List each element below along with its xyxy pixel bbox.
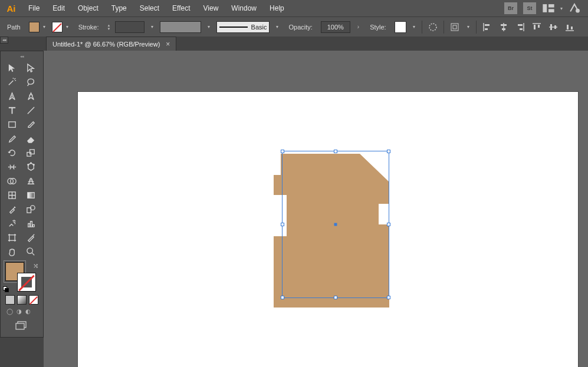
menu-file[interactable]: File xyxy=(22,2,45,15)
magic-wand-tool[interactable] xyxy=(3,75,21,89)
workarea[interactable] xyxy=(44,51,588,367)
rectangle-tool[interactable] xyxy=(3,117,21,131)
recolor-artwork-icon[interactable] xyxy=(427,21,439,33)
eyedropper-tool[interactable] xyxy=(3,202,21,216)
selection-bounding-box[interactable] xyxy=(282,151,389,298)
menu-help[interactable]: Help xyxy=(264,2,290,15)
svg-rect-1 xyxy=(548,4,554,8)
pencil-tool[interactable] xyxy=(3,131,21,146)
blend-tool[interactable] xyxy=(22,202,40,216)
brush-definition[interactable]: Basic xyxy=(216,21,270,33)
handle-tr[interactable] xyxy=(387,150,390,153)
fill-swatch-group[interactable]: ▾ xyxy=(29,22,47,32)
stroke-weight-input[interactable] xyxy=(115,21,144,33)
hand-tool[interactable] xyxy=(3,244,21,259)
artboard-tool[interactable] xyxy=(3,230,21,244)
direct-selection-tool[interactable] xyxy=(22,61,40,75)
stroke-swatch[interactable] xyxy=(52,22,63,32)
opacity-caret-icon[interactable]: › xyxy=(355,24,362,30)
stroke-swatch-group[interactable]: ▾ xyxy=(52,22,70,32)
tools-panel-grip[interactable]: ◂◂ xyxy=(3,54,41,59)
svg-rect-34 xyxy=(27,192,34,197)
gradient-tool[interactable] xyxy=(22,188,40,202)
svg-rect-27 xyxy=(29,149,34,154)
align-top-icon[interactable] xyxy=(531,21,543,33)
menu-view[interactable]: View xyxy=(198,2,225,15)
perspective-grid-tool[interactable] xyxy=(22,174,40,188)
handle-br[interactable] xyxy=(387,296,390,299)
scale-tool[interactable] xyxy=(22,146,40,160)
shape-builder-tool[interactable] xyxy=(3,174,21,188)
menu-edit[interactable]: Edit xyxy=(47,2,71,15)
type-tool[interactable] xyxy=(3,103,21,117)
color-mode-none[interactable] xyxy=(29,295,38,305)
stroke-weight-stepper[interactable]: ▲▼ xyxy=(107,24,111,31)
handle-bc[interactable] xyxy=(334,296,337,299)
menu-type[interactable]: Type xyxy=(106,2,133,15)
menu-window[interactable]: Window xyxy=(225,2,262,15)
graphic-style-swatch[interactable] xyxy=(395,21,406,33)
paintbrush-tool[interactable] xyxy=(22,117,40,131)
stroke-caret-icon[interactable]: ▾ xyxy=(64,24,70,29)
close-icon[interactable]: × xyxy=(166,40,170,48)
width-tool[interactable] xyxy=(3,160,21,174)
eraser-tool[interactable] xyxy=(22,131,40,146)
app-logo[interactable]: Ai xyxy=(5,2,18,15)
align-hcenter-icon[interactable] xyxy=(498,21,510,33)
variable-width-profile[interactable] xyxy=(160,21,201,33)
bridge-icon[interactable]: Br xyxy=(504,2,517,14)
handle-ml[interactable] xyxy=(281,223,284,226)
arrange-documents-icon[interactable] xyxy=(542,2,555,14)
screen-mode-icon[interactable] xyxy=(15,320,28,331)
artboard[interactable] xyxy=(78,92,578,367)
free-transform-tool[interactable] xyxy=(22,160,40,174)
gpu-preview-icon[interactable] xyxy=(568,2,581,14)
svg-rect-5 xyxy=(451,24,458,31)
style-caret-icon[interactable]: ▾ xyxy=(411,24,417,29)
slice-tool[interactable] xyxy=(22,230,40,244)
align-caret-icon[interactable]: ▾ xyxy=(465,24,471,29)
align-vcenter-icon[interactable] xyxy=(547,21,559,33)
line-segment-tool[interactable] xyxy=(22,103,40,117)
document-tab[interactable]: Untitled-1* @ 66.67% (RGB/Preview) × xyxy=(46,37,176,51)
svg-point-4 xyxy=(429,24,436,31)
align-right-icon[interactable] xyxy=(514,21,526,33)
symbol-sprayer-tool[interactable] xyxy=(3,216,21,230)
selection-center-point[interactable] xyxy=(334,223,337,226)
color-mode-gradient[interactable] xyxy=(17,295,27,305)
panel-collapse-grip[interactable]: ◂◂ xyxy=(0,37,8,44)
menu-select[interactable]: Select xyxy=(134,2,165,15)
toolbox-stroke-swatch[interactable] xyxy=(17,273,36,292)
selection-tool[interactable] xyxy=(3,61,21,75)
stock-icon[interactable]: St xyxy=(523,2,536,14)
brush-caret-icon[interactable]: ▾ xyxy=(274,24,280,29)
curvature-tool[interactable] xyxy=(22,89,40,103)
stroke-weight-caret-icon[interactable]: ▾ xyxy=(149,24,155,29)
menu-effect[interactable]: Effect xyxy=(166,2,196,15)
column-graph-tool[interactable] xyxy=(22,216,40,230)
arrange-caret-icon[interactable]: ▾ xyxy=(559,6,564,11)
default-fill-stroke-icon[interactable] xyxy=(3,286,9,293)
vwp-caret-icon[interactable]: ▾ xyxy=(206,24,212,29)
pen-tool[interactable] xyxy=(3,89,21,103)
opacity-input[interactable]: 100% xyxy=(321,21,350,33)
menu-object[interactable]: Object xyxy=(72,2,104,15)
draw-inside-icon[interactable]: ◐ xyxy=(25,308,31,315)
zoom-tool[interactable] xyxy=(22,244,40,259)
handle-mr[interactable] xyxy=(387,223,390,226)
align-bottom-icon[interactable] xyxy=(564,21,576,33)
draw-normal-icon[interactable]: ◯ xyxy=(6,308,13,315)
fill-swatch[interactable] xyxy=(29,22,40,32)
handle-tl[interactable] xyxy=(281,150,284,153)
swap-fill-stroke-icon[interactable]: ⤭ xyxy=(33,262,38,270)
rotate-tool[interactable] xyxy=(3,146,21,160)
draw-behind-icon[interactable]: ◑ xyxy=(17,308,22,315)
handle-bl[interactable] xyxy=(281,296,284,299)
handle-tc[interactable] xyxy=(334,150,337,153)
color-mode-color[interactable] xyxy=(5,295,15,305)
lasso-tool[interactable] xyxy=(22,75,40,89)
fill-caret-icon[interactable]: ▾ xyxy=(41,24,47,29)
align-panel-icon[interactable] xyxy=(449,21,461,33)
align-left-icon[interactable] xyxy=(481,21,493,33)
mesh-tool[interactable] xyxy=(3,188,21,202)
